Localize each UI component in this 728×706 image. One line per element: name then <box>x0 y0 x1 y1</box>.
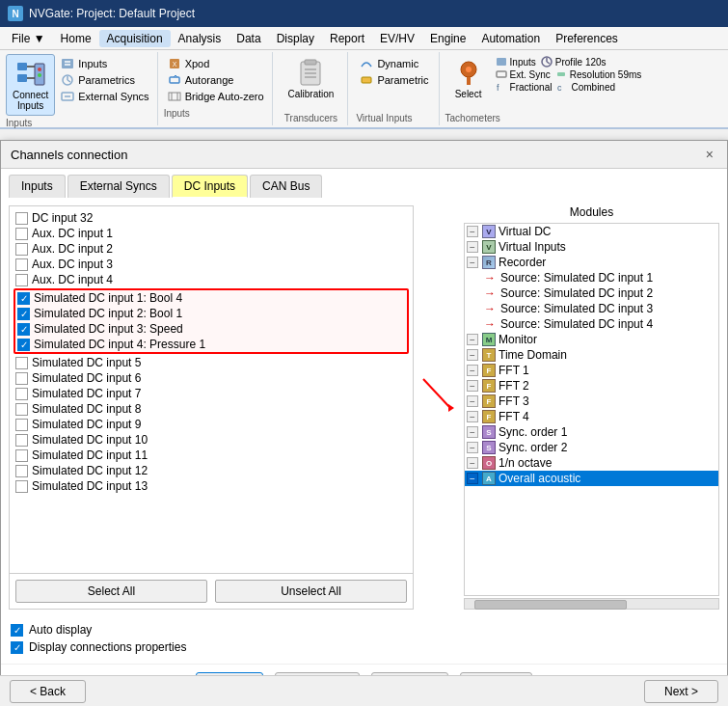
channel-checkbox-sim7[interactable] <box>15 388 28 400</box>
select-button[interactable]: Select <box>445 54 492 103</box>
calibration-button[interactable]: Calibration <box>283 54 340 103</box>
tree-item-source1[interactable]: → Source: Simulated DC input 1 <box>465 270 718 285</box>
external-syncs-button[interactable]: External Syncs <box>57 89 152 104</box>
channel-item-sim8[interactable]: Simulated DC input 8 <box>13 401 409 417</box>
channel-checkbox-sim10[interactable] <box>15 434 28 447</box>
channel-item-sim6[interactable]: Simulated DC input 6 <box>13 370 409 386</box>
channel-item-sim10[interactable]: Simulated DC input 10 <box>13 432 409 448</box>
tree-item-octave[interactable]: − O 1/n octave <box>465 455 718 471</box>
menu-analysis[interactable]: Analysis <box>171 30 229 47</box>
channel-checkbox-aux3[interactable] <box>15 258 28 271</box>
tab-can-bus[interactable]: CAN Bus <box>250 175 322 198</box>
menu-acquisition[interactable]: Acquisition <box>99 30 171 47</box>
tree-item-recorder[interactable]: − R Recorder <box>465 255 718 270</box>
channel-item-aux3[interactable]: Aux. DC input 3 <box>13 257 409 272</box>
channel-item-sim13[interactable]: Simulated DC input 13 <box>13 478 409 494</box>
parametric-button[interactable]: Parametric <box>356 72 432 88</box>
expand-octave[interactable]: − <box>467 457 478 469</box>
inputs-button[interactable]: Inputs <box>57 56 152 71</box>
xpod-button[interactable]: X Xpod <box>164 56 268 71</box>
tree-item-fft4[interactable]: − F FFT 4 <box>465 409 718 424</box>
channel-checkbox-aux2[interactable] <box>15 243 28 256</box>
expand-virtual-inputs[interactable]: − <box>467 241 478 253</box>
next-button[interactable]: Next > <box>644 680 718 703</box>
parametrics-button[interactable]: Parametrics <box>57 72 152 88</box>
tree-item-fft2[interactable]: − F FFT 2 <box>465 378 718 394</box>
bridge-auto-zero-button[interactable]: Bridge Auto-zero <box>164 89 268 104</box>
channel-item-dc32[interactable]: DC input 32 <box>13 210 409 226</box>
expand-fft4[interactable]: − <box>467 411 478 422</box>
tab-dc-inputs[interactable]: DC Inputs <box>172 175 248 198</box>
expand-fft3[interactable]: − <box>467 395 478 407</box>
channel-checkbox-sim3[interactable]: ✓ <box>17 323 30 336</box>
menu-evhv[interactable]: EV/HV <box>372 30 422 47</box>
menu-home[interactable]: Home <box>53 30 99 47</box>
expand-sync1[interactable]: − <box>467 426 478 438</box>
channel-checkbox-sim8[interactable] <box>15 403 28 416</box>
dynamic-button[interactable]: Dynamic <box>356 56 432 71</box>
tree-item-fft3[interactable]: − F FFT 3 <box>465 394 718 409</box>
dialog-close-button[interactable]: × <box>702 147 717 162</box>
tab-external-syncs[interactable]: External Syncs <box>67 175 170 198</box>
channel-checkbox-sim12[interactable] <box>15 465 28 477</box>
channel-checkbox-sim9[interactable] <box>15 419 28 431</box>
tree-item-overall-acoustic[interactable]: − A Overall acoustic <box>465 471 718 486</box>
menu-preferences[interactable]: Preferences <box>548 30 626 47</box>
channel-item-sim7[interactable]: Simulated DC input 7 <box>13 386 409 401</box>
modules-horizontal-scrollbar[interactable] <box>464 598 719 610</box>
menu-report[interactable]: Report <box>322 30 372 47</box>
tree-item-monitor[interactable]: − M Monitor <box>465 332 718 347</box>
channel-item-sim11[interactable]: Simulated DC input 11 <box>13 448 409 463</box>
select-all-button[interactable]: Select All <box>15 580 207 603</box>
tree-item-source2[interactable]: → Source: Simulated DC input 2 <box>465 285 718 301</box>
channel-item-aux1[interactable]: Aux. DC input 1 <box>13 226 409 241</box>
unselect-all-button[interactable]: Unselect All <box>215 580 407 603</box>
autorange-button[interactable]: Autorange <box>164 72 268 88</box>
tree-item-virtual-inputs[interactable]: − V Virtual Inputs <box>465 239 718 255</box>
expand-virtual-dc[interactable]: − <box>467 226 478 237</box>
channel-checkbox-sim5[interactable] <box>15 357 28 369</box>
tree-item-sync2[interactable]: − S Sync. order 2 <box>465 440 718 455</box>
channel-item-sim4[interactable]: ✓ Simulated DC input 4: Pressure 1 <box>15 337 407 352</box>
channel-checkbox-sim6[interactable] <box>15 372 28 385</box>
channel-item-sim5[interactable]: Simulated DC input 5 <box>13 355 409 370</box>
expand-recorder[interactable]: − <box>467 257 478 268</box>
menu-file[interactable]: File ▼ <box>4 30 53 47</box>
expand-monitor[interactable]: − <box>467 334 478 345</box>
tab-inputs[interactable]: Inputs <box>9 175 66 198</box>
connect-inputs-button[interactable]: ConnectInputs <box>6 54 55 116</box>
channel-checkbox-aux1[interactable] <box>15 228 28 240</box>
tree-item-sync1[interactable]: − S Sync. order 1 <box>465 424 718 440</box>
expand-fft2[interactable]: − <box>467 380 478 392</box>
auto-display-checkbox[interactable]: ✓ <box>11 624 23 637</box>
tree-item-virtual-dc[interactable]: − V Virtual DC <box>465 224 718 239</box>
expand-overall-acoustic[interactable]: − <box>467 473 478 484</box>
channel-item-sim3[interactable]: ✓ Simulated DC input 3: Speed <box>15 321 407 337</box>
tree-item-time-domain[interactable]: − T Time Domain <box>465 347 718 363</box>
expand-fft1[interactable]: − <box>467 365 478 376</box>
channel-checkbox-sim4[interactable]: ✓ <box>17 339 30 351</box>
back-button[interactable]: < Back <box>10 680 86 703</box>
channel-item-sim9[interactable]: Simulated DC input 9 <box>13 417 409 432</box>
tree-item-fft1[interactable]: − F FFT 1 <box>465 363 718 378</box>
channel-item-aux2[interactable]: Aux. DC input 2 <box>13 241 409 257</box>
channel-item-sim12[interactable]: Simulated DC input 12 <box>13 463 409 478</box>
channel-checkbox-dc32[interactable] <box>15 212 28 225</box>
channel-checkbox-aux4[interactable] <box>15 274 28 286</box>
channel-item-aux4[interactable]: Aux. DC input 4 <box>13 272 409 287</box>
menu-engine[interactable]: Engine <box>422 30 473 47</box>
channel-checkbox-sim2[interactable]: ✓ <box>17 308 30 320</box>
tree-item-source3[interactable]: → Source: Simulated DC input 3 <box>465 301 718 316</box>
channel-checkbox-sim1[interactable]: ✓ <box>17 292 30 305</box>
channel-checkbox-sim13[interactable] <box>15 480 28 493</box>
channel-item-sim1[interactable]: ✓ Simulated DC input 1: Bool 4 <box>15 290 407 306</box>
expand-sync2[interactable]: − <box>467 442 478 453</box>
channel-checkbox-sim11[interactable] <box>15 449 28 462</box>
display-connections-checkbox[interactable]: ✓ <box>11 641 23 654</box>
expand-time-domain[interactable]: − <box>467 349 478 361</box>
menu-automation[interactable]: Automation <box>473 30 548 47</box>
tree-item-source4[interactable]: → Source: Simulated DC input 4 <box>465 316 718 332</box>
channel-item-sim2[interactable]: ✓ Simulated DC input 2: Bool 1 <box>15 306 407 321</box>
modules-scroll-thumb[interactable] <box>474 600 627 610</box>
menu-display[interactable]: Display <box>269 30 322 47</box>
